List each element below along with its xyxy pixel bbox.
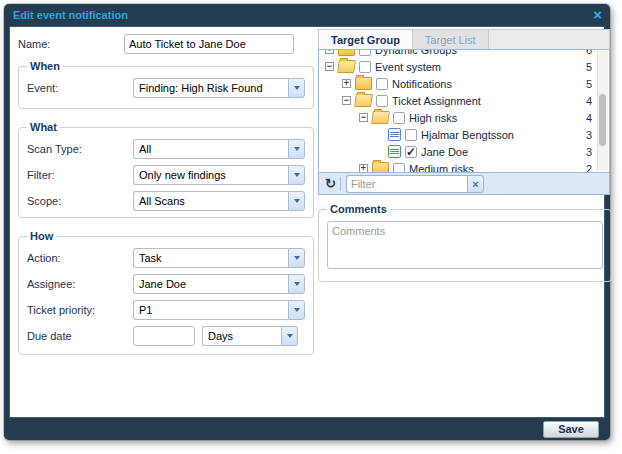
folder-closed-icon [338,49,355,56]
scan-type-label: Scan Type: [27,143,133,155]
tree-node-count: 3 [586,146,592,158]
folder-closed-icon [372,162,389,173]
scope-label: Scope: [27,195,133,207]
tree-row[interactable]: −Ticket Assignment4 [319,92,609,109]
tree-filter-bar: ↻ × [318,173,610,195]
tree-row[interactable]: −High risks4 [319,109,609,126]
name-input[interactable] [124,34,294,54]
tree-checkbox[interactable] [393,163,405,174]
target-group-tree: +Dynamic Groups6−Event system5+Notificat… [318,49,610,173]
target-panel: Target Group Target List +Dynamic Groups… [318,27,610,417]
tab-target-group[interactable]: Target Group [319,30,413,49]
assignee-combobox[interactable]: Jane Doe [133,274,305,294]
tree-filter-input[interactable] [346,175,467,193]
comments-textarea[interactable] [327,221,603,269]
assignee-label: Assignee: [27,278,133,290]
folder-open-icon [371,111,390,124]
event-row: Event: Finding: High Risk Found [27,78,305,98]
tree-checkbox[interactable] [393,112,405,124]
tree-row[interactable]: Hjalmar Bengtsson3 [319,126,609,143]
tree-checkbox[interactable] [359,61,371,73]
tree-scrollbar[interactable] [597,51,608,171]
tree-row[interactable]: +Dynamic Groups6 [319,49,609,58]
tabstrip-filler [489,30,609,49]
scope-value: All Scans [133,191,288,211]
tree-checkbox[interactable]: ✓ [405,146,417,158]
action-label: Action: [27,252,133,264]
what-legend: What [27,121,60,133]
dialog-title: Edit event notification [13,9,128,21]
chevron-down-icon[interactable] [288,191,305,211]
tree-checkbox[interactable] [376,78,388,90]
action-row: Action: Task [27,248,305,268]
collapse-icon[interactable]: − [342,96,351,105]
settings-form: Name: When Event: Finding: High Risk Fou… [10,27,310,417]
target-tabs: Target Group Target List [318,29,610,49]
chevron-down-icon[interactable] [288,300,305,320]
name-label: Name: [18,38,124,50]
scan-type-combobox[interactable]: All [133,139,305,159]
save-button[interactable]: Save [543,421,599,438]
expand-icon[interactable]: + [325,49,334,54]
close-icon[interactable]: × [593,8,602,22]
toolbar-separator [340,177,341,191]
event-combobox[interactable]: Finding: High Risk Found [133,78,305,98]
expand-icon[interactable]: + [359,164,368,173]
tree-node-count: 2 [586,163,592,174]
tree-node-count: 4 [586,95,592,107]
chevron-down-icon[interactable] [288,165,305,185]
filter-label: Filter: [27,169,133,181]
due-date-row: Due date Days [27,326,305,346]
refresh-icon[interactable]: ↻ [325,177,336,190]
expand-icon[interactable]: + [342,79,351,88]
event-label: Event: [27,82,133,94]
due-date-input[interactable] [133,326,195,346]
chevron-down-icon[interactable] [288,139,305,159]
how-fieldset: How Action: Task Assignee: Jane Doe [18,230,314,355]
chevron-down-icon[interactable] [288,274,305,294]
tree-node-count: 4 [586,112,592,124]
tree-scrollbar-thumb[interactable] [599,94,606,146]
screen: Edit event notification × Name: When Eve… [0,0,622,454]
ticket-priority-combobox[interactable]: P1 [133,300,305,320]
scan-type-value: All [133,139,288,159]
collapse-icon[interactable]: − [359,113,368,122]
ticket-priority-row: Ticket priority: P1 [27,300,305,320]
tree-node-count: 5 [586,61,592,73]
assignee-row: Assignee: Jane Doe [27,274,305,294]
tab-target-list[interactable]: Target List [413,30,489,49]
due-date-unit-combobox[interactable]: Days [202,326,298,346]
clear-filter-icon[interactable]: × [467,175,484,193]
dialog-body: Name: When Event: Finding: High Risk Fou… [9,26,605,418]
how-legend: How [27,230,56,242]
tree-node-label: Dynamic Groups [375,49,457,56]
action-value: Task [133,248,288,268]
collapse-icon[interactable]: − [325,62,334,71]
tree-row[interactable]: +Medium risks2 [319,160,609,173]
tree-checkbox[interactable] [376,95,388,107]
chevron-down-icon[interactable] [288,248,305,268]
tree-row[interactable]: ✓Jane Doe3 [319,143,609,160]
dialog-titlebar[interactable]: Edit event notification × [4,4,610,26]
dialog-footer: Save [4,418,610,440]
comments-fieldset: Comments [318,203,612,282]
due-date-label: Due date [27,330,133,342]
filter-combobox[interactable]: Only new findings [133,165,305,185]
folder-open-icon [337,60,356,73]
chevron-down-icon[interactable] [288,78,305,98]
tree-row[interactable]: +Notifications5 [319,75,609,92]
action-combobox[interactable]: Task [133,248,305,268]
folder-open-icon [354,94,373,107]
filter-value: Only new findings [133,165,288,185]
filter-row: Filter: Only new findings [27,165,305,185]
scan-type-row: Scan Type: All [27,139,305,159]
tree-node-label: Hjalmar Bengtsson [421,129,514,141]
chevron-down-icon[interactable] [281,326,298,346]
tree-checkbox[interactable] [359,49,371,56]
tree-row[interactable]: −Event system5 [319,58,609,75]
tree-checkbox[interactable] [405,129,417,141]
event-value: Finding: High Risk Found [133,78,288,98]
tree: +Dynamic Groups6−Event system5+Notificat… [319,49,609,173]
scope-combobox[interactable]: All Scans [133,191,305,211]
tree-node-label: Ticket Assignment [392,95,481,107]
